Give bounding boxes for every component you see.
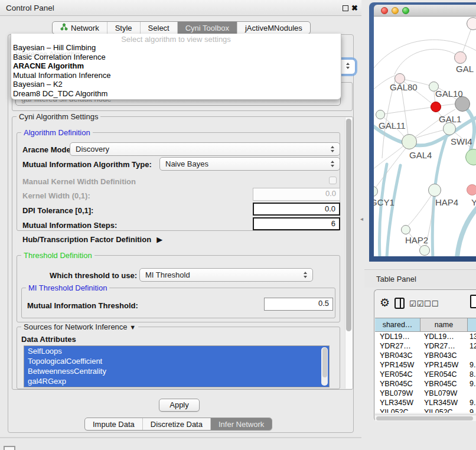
network-window-titlebar[interactable] xyxy=(374,5,476,17)
tab-infer-network[interactable]: Infer Network xyxy=(210,418,272,430)
aracne-mode-label: Aracne Mode: xyxy=(22,145,73,154)
node-label: Y xyxy=(471,197,476,207)
node-gal1[interactable] xyxy=(443,122,456,135)
cell: YBR043C xyxy=(375,351,420,360)
dpi-tolerance-field[interactable]: 0.0 xyxy=(253,203,340,216)
new-table-icon[interactable] xyxy=(470,295,476,308)
table-row[interactable]: YDR27… YDR27… 12 xyxy=(375,341,476,351)
algorithm-option[interactable]: Mutual Information Inference xyxy=(11,71,341,80)
node-red[interactable] xyxy=(431,102,441,112)
kernel-width-field[interactable]: 0.0 xyxy=(253,188,340,201)
node-label: GAL10 xyxy=(435,89,463,99)
algorithm-option-selected[interactable]: ARACNE Algorithm xyxy=(11,61,341,71)
float-window-icon[interactable] xyxy=(343,5,348,11)
node-label: HAP2 xyxy=(405,235,428,245)
algorithm-dropdown-placeholder: Select algorithm to view settings xyxy=(11,35,341,44)
list-item[interactable]: BetweennessCentrality xyxy=(24,366,329,376)
table-row[interactable]: YER054C YER054C 8. xyxy=(375,370,476,379)
mi-threshold-label: Mutual Information Threshold: xyxy=(27,301,138,310)
mi-algorithm-type-label: Mutual Information Algorithm Type: xyxy=(22,160,152,169)
list-item[interactable]: gal4RGexp xyxy=(24,376,329,386)
minimized-panel-icon[interactable] xyxy=(4,446,15,450)
table-hscrollbar-thumb[interactable] xyxy=(376,416,473,420)
node[interactable] xyxy=(467,17,476,30)
hub-definition-section[interactable]: Hub/Transcription Factor Definition ▶ xyxy=(22,235,162,244)
list-item[interactable]: TopologicalCoefficient xyxy=(24,356,329,366)
node-label: GCY1 xyxy=(374,197,395,207)
node[interactable] xyxy=(454,51,467,64)
mi-threshold-field[interactable]: 0.5 xyxy=(264,298,333,311)
algorithm-option[interactable]: Basic Correlation Inference xyxy=(11,53,341,62)
table-row[interactable]: YPR145W YPR145W 9. xyxy=(375,360,476,370)
apply-button[interactable]: Apply xyxy=(159,399,200,412)
select-all-checkboxes-icon[interactable]: ☑☑ xyxy=(409,299,424,308)
algorithm-option[interactable]: Bayesian – K2 xyxy=(11,80,341,89)
list-item-partial[interactable] xyxy=(24,386,329,387)
gear-icon[interactable]: ⚙ xyxy=(380,296,390,309)
algorithm-option[interactable]: Bayesian – Hill Climbing xyxy=(11,43,341,53)
tab-discretize-data[interactable]: Discretize Data xyxy=(142,418,210,430)
sources-group-label[interactable]: Sources for Network Inference ▼ xyxy=(21,322,138,331)
list-scrollbar-thumb[interactable] xyxy=(322,348,327,377)
settings-scrollbar-thumb[interactable] xyxy=(346,119,351,331)
network-canvas[interactable]: GAL GAL80 GAL10 GAL11 GAL1 SWI4 GAL4 GCY… xyxy=(374,17,476,256)
tab-select[interactable]: Select xyxy=(140,22,177,34)
cell: YPR145W xyxy=(375,360,420,370)
which-threshold-combobox[interactable]: MI Threshold xyxy=(139,268,313,282)
tab-jactivemnodules[interactable]: jActiveMNodules xyxy=(237,22,310,34)
table-row[interactable]: YDL19… YDL19… 13 xyxy=(375,332,476,341)
minimize-traffic-icon[interactable] xyxy=(392,7,399,14)
aracne-mode-combobox[interactable]: Discovery xyxy=(70,142,340,156)
node[interactable] xyxy=(419,245,430,256)
list-item[interactable]: SelfLoops xyxy=(24,346,329,356)
node-gal4[interactable] xyxy=(402,134,417,149)
column-header-name[interactable]: name xyxy=(420,318,468,331)
table-row[interactable]: YIL052C YIL052C 9. xyxy=(375,407,476,413)
split-columns-icon[interactable] xyxy=(395,298,405,309)
node-label: GAL4 xyxy=(409,150,432,160)
node-hap2[interactable] xyxy=(401,225,410,234)
table-header-row: shared… name xyxy=(375,318,476,332)
zoom-traffic-icon[interactable] xyxy=(402,7,409,14)
column-header-shared-name[interactable]: shared… xyxy=(375,318,420,331)
tab-impute-data-label: Impute Data xyxy=(93,418,135,431)
close-icon[interactable]: ✖ xyxy=(351,4,358,12)
table-hscrollbar-track[interactable] xyxy=(375,415,476,421)
deselect-all-checkboxes-icon[interactable]: ☐☐ xyxy=(424,299,439,308)
table-row[interactable]: YBL079W YBL079W xyxy=(375,389,476,398)
mi-threshold-definition-label: MI Threshold Definition xyxy=(26,283,109,292)
panel-divider-handle[interactable]: ◂ xyxy=(360,216,363,222)
table-body: YDL19… YDL19… 13 YDR27… YDR27… 12 YBR043… xyxy=(375,332,476,413)
cell: YIL052C xyxy=(375,407,420,413)
expanded-arrow-icon[interactable]: ▼ xyxy=(129,324,136,331)
algorithm-option[interactable]: Dream8 DC_TDC Algorithm xyxy=(11,89,341,99)
table-row[interactable]: YBR045C YBR045C 9. xyxy=(375,379,476,389)
tab-cyni-toolbox[interactable]: Cyni Toolbox xyxy=(177,22,237,34)
table-row[interactable]: YBR043C YBR043C xyxy=(375,351,476,360)
close-traffic-icon[interactable] xyxy=(381,7,388,14)
cell: YDR27… xyxy=(420,341,468,351)
mi-steps-field[interactable]: 6 xyxy=(253,217,340,230)
tab-impute-data[interactable]: Impute Data xyxy=(85,418,142,430)
data-attributes-label: Data Attributes xyxy=(21,335,76,344)
mi-steps-label: Mutual Information Steps: xyxy=(22,221,117,230)
manual-kernel-width-checkbox[interactable] xyxy=(329,177,337,184)
node-label: GAL11 xyxy=(379,120,406,131)
node-salmon[interactable] xyxy=(467,184,476,195)
collapsed-arrow-icon[interactable]: ▶ xyxy=(157,235,162,244)
column-header-partial[interactable] xyxy=(468,318,476,331)
node-hap4[interactable] xyxy=(428,184,441,197)
combo-stepper-icon xyxy=(346,63,350,69)
control-panel-bottom-edge xyxy=(0,437,361,438)
cell: YLR345W xyxy=(375,398,420,407)
cell: 9. xyxy=(468,407,476,413)
list-scrollbar-track[interactable] xyxy=(321,347,328,386)
cell: YLR345W xyxy=(420,398,468,407)
cell: 9. xyxy=(468,379,476,389)
node-gal11[interactable] xyxy=(376,110,385,119)
tab-style[interactable]: Style xyxy=(107,22,140,34)
mi-algorithm-type-combobox[interactable]: Naive Bayes xyxy=(159,157,340,171)
tab-network[interactable]: Network xyxy=(53,22,107,34)
cell: YBL079W xyxy=(420,389,468,398)
table-row[interactable]: YLR345W YLR345W 9. xyxy=(375,398,476,407)
